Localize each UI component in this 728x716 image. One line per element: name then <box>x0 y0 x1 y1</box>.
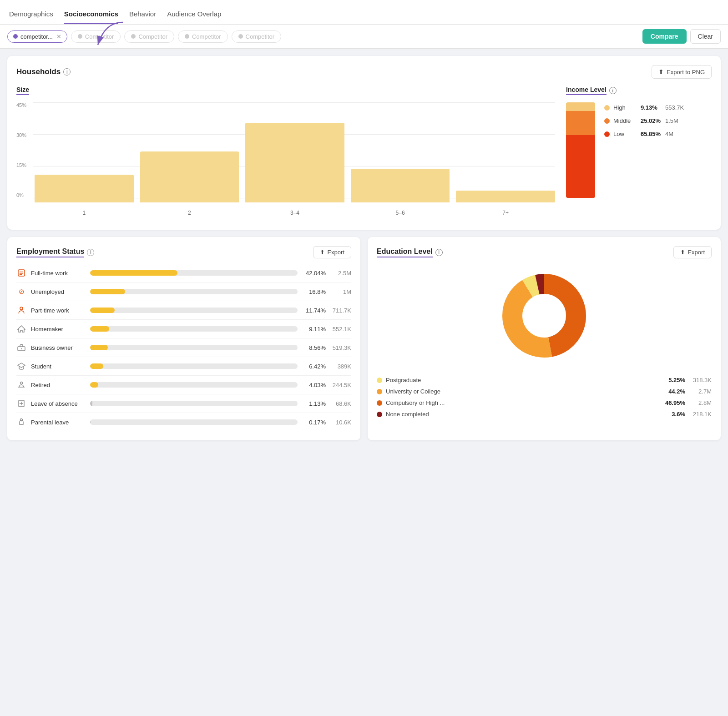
student-pct: 6.42% <box>302 363 326 370</box>
employment-card: Employment Status i ⬆ Export Full-time w… <box>7 237 360 440</box>
edu-pct-university: 44.2% <box>664 388 685 395</box>
business-bar-fill <box>90 345 108 350</box>
edu-dot-postgrad <box>377 378 382 383</box>
bar-2 <box>140 151 239 202</box>
bar-3 <box>245 123 344 202</box>
upload-icon-emp: ⬆ <box>320 249 325 256</box>
income-pct-middle: 25.02% <box>641 117 662 124</box>
fulltime-count: 2.5M <box>330 270 351 277</box>
parental-icon <box>16 417 26 427</box>
chip-dot-2 <box>78 34 82 39</box>
income-high-bar <box>566 102 595 111</box>
x-label-5: 7+ <box>456 210 555 216</box>
employment-list: Full-time work 42.04% 2.5M ⊘ Unemployed … <box>16 264 351 431</box>
edu-legend-postgrad: Postgraduate 5.25% 318.3K <box>377 377 712 383</box>
employment-export-button[interactable]: ⬆ Export <box>313 246 351 258</box>
income-info-icon[interactable]: i <box>609 87 617 94</box>
svg-point-5 <box>20 307 23 310</box>
parttime-label: Part-time work <box>31 307 86 314</box>
employment-info-icon[interactable]: i <box>87 249 94 256</box>
edu-count-postgrad: 318.3K <box>689 377 712 383</box>
x-label-3: 3–4 <box>245 210 344 216</box>
emp-row-homemaker: Homemaker 9.11% 552.1K <box>16 320 351 338</box>
employment-header: Employment Status i ⬆ Export <box>16 246 351 258</box>
leave-icon <box>16 398 26 408</box>
size-section: Size 45% 30% 15% 0% <box>16 86 555 221</box>
leave-pct: 1.13% <box>302 400 326 407</box>
emp-row-business: Business owner 8.56% 519.3K <box>16 338 351 357</box>
business-label: Business owner <box>31 344 86 351</box>
emp-row-unemployed: ⊘ Unemployed 16.8% 1M <box>16 282 351 301</box>
income-pct-low: 65.85% <box>641 131 662 137</box>
student-bar-bg <box>90 363 298 369</box>
employment-title: Employment Status <box>16 247 84 257</box>
competitor-chip-2[interactable]: Competitor <box>71 30 121 43</box>
competitor-chip-5[interactable]: Competitor <box>232 30 282 43</box>
edu-dot-university <box>377 389 382 394</box>
business-pct: 8.56% <box>302 344 326 351</box>
parttime-count: 711.7K <box>330 307 351 314</box>
income-low-bar <box>566 135 595 198</box>
income-dot-middle <box>604 118 610 124</box>
chip-close-1[interactable]: ✕ <box>56 33 61 40</box>
unemployed-label: Unemployed <box>31 288 86 295</box>
x-label-1: 1 <box>35 210 134 216</box>
income-title-group: Income Level i <box>566 86 712 95</box>
competitor-chip-3[interactable]: Competitor <box>124 30 174 43</box>
edu-legend-compulsory: Compulsory or High ... 46.95% 2.8M <box>377 399 712 406</box>
homemaker-bar-bg <box>90 326 298 332</box>
edu-legend-university: University or College 44.2% 2.7M <box>377 388 712 395</box>
education-legend: Postgraduate 5.25% 318.3K University or … <box>377 377 712 418</box>
edu-label-none: None completed <box>386 411 661 418</box>
svg-marker-6 <box>18 326 25 332</box>
edu-pct-compulsory: 46.95% <box>664 399 685 406</box>
svg-point-10 <box>20 382 23 384</box>
clear-button[interactable]: Clear <box>690 29 721 44</box>
emp-row-fulltime: Full-time work 42.04% 2.5M <box>16 264 351 282</box>
retired-bar-fill <box>90 382 98 388</box>
tab-audience-overlap[interactable]: Audience Overlap <box>167 6 221 24</box>
parental-bar-fill <box>90 419 91 425</box>
competitor-chip-4[interactable]: Competitor <box>178 30 228 43</box>
chip-dot-4 <box>185 34 189 39</box>
compare-button[interactable]: Compare <box>642 29 687 44</box>
education-info-icon[interactable]: i <box>435 249 443 256</box>
bottom-row: Employment Status i ⬆ Export Full-time w… <box>7 237 721 440</box>
education-export-button[interactable]: ⬆ Export <box>673 246 712 258</box>
competitor-chip-1[interactable]: competitor... ✕ <box>7 30 67 43</box>
unemployed-bar-bg <box>90 289 298 294</box>
tab-behavior[interactable]: Behavior <box>129 6 156 24</box>
education-title: Education Level <box>377 247 433 257</box>
homemaker-count: 552.1K <box>330 326 351 333</box>
tab-socioeconomics[interactable]: Socioeconomics <box>64 6 118 24</box>
edu-pct-none: 3.6% <box>664 411 685 418</box>
edu-label-postgrad: Postgraduate <box>386 377 661 383</box>
income-dot-high <box>604 105 610 111</box>
tab-demographics[interactable]: Demographics <box>9 6 53 24</box>
edu-label-compulsory: Compulsory or High ... <box>386 399 661 406</box>
student-label: Student <box>31 363 86 370</box>
fulltime-pct: 42.04% <box>302 270 326 277</box>
households-title-group: Households i <box>16 67 71 76</box>
emp-row-retired: Retired 4.03% 244.5K <box>16 376 351 394</box>
income-title: Income Level <box>566 86 607 95</box>
unemployed-pct: 16.8% <box>302 288 326 295</box>
households-info-icon[interactable]: i <box>63 68 71 76</box>
parttime-icon <box>16 305 26 315</box>
income-label-high: High <box>613 104 637 111</box>
chip-label-2: Competitor <box>85 33 114 40</box>
retired-pct: 4.03% <box>302 382 326 388</box>
edu-label-university: University or College <box>386 388 661 395</box>
edu-pct-postgrad: 5.25% <box>664 377 685 383</box>
parental-label: Parental leave <box>31 419 86 426</box>
export-png-button[interactable]: ⬆ Export to PNG <box>652 65 712 79</box>
emp-row-parental: Parental leave 0.17% 10.6K <box>16 413 351 431</box>
bar-chart: 45% 30% 15% 0% <box>16 102 555 221</box>
parental-bar-bg <box>90 419 298 425</box>
retired-icon <box>16 380 26 390</box>
fulltime-bar-fill <box>90 270 177 276</box>
households-header: Households i ⬆ Export to PNG <box>16 65 712 79</box>
emp-row-student: Student 6.42% 389K <box>16 357 351 376</box>
education-card: Education Level i ⬆ Export <box>368 237 721 440</box>
education-header: Education Level i ⬆ Export <box>377 246 712 258</box>
